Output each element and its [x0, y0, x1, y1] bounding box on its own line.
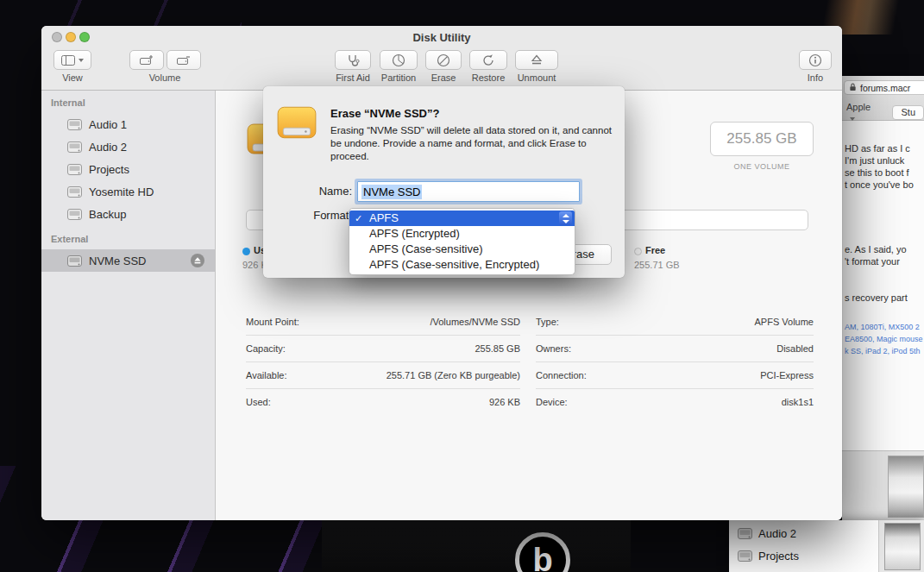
info-icon [808, 53, 822, 67]
format-menu: ✓ APFS APFS (Encrypted) APFS (Case-sensi… [349, 208, 575, 275]
toolbar-label: Volume [149, 72, 181, 83]
menu-item-apfs-case-sensitive[interactable]: APFS (Case-sensitive) [349, 242, 575, 257]
toolbar-label: Info [808, 72, 823, 83]
partition-button[interactable] [380, 50, 418, 70]
forum-signature-link[interactable]: AM, 1080Ti, MX500 2 [845, 323, 920, 331]
table-row: Connection: PCI-Express [536, 362, 814, 389]
browser-url-field[interactable]: forums.macr [844, 80, 924, 95]
menu-item-label: APFS (Case-sensitive) [369, 242, 482, 255]
chevron-down-icon [79, 59, 84, 62]
info-table-left: Mount Point: /Volumes/NVMe SSD Capacity:… [246, 309, 520, 416]
eject-icon [193, 256, 202, 265]
menu-item-apfs-encrypted[interactable]: APFS (Encrypted) [349, 226, 575, 242]
forum-signature-link[interactable]: k SS, iPad 2, iPod 5th [845, 347, 921, 355]
sidebar-item-yosemite-hd[interactable]: Yosemite HD [41, 180, 215, 203]
eject-button[interactable] [191, 254, 204, 267]
dialog-title: Erase “NVMe SSD”? [330, 107, 439, 120]
add-volume-icon [140, 54, 154, 66]
info-label: Type: [536, 309, 559, 336]
table-row: Available: 255.71 GB (Zero KB purgeable) [246, 362, 520, 389]
chevron-down-icon [850, 117, 855, 121]
view-button[interactable] [53, 50, 91, 70]
name-input[interactable]: NVMe SSD [357, 181, 580, 202]
sidebar-item-nvme-ssd[interactable]: NVMe SSD [41, 249, 215, 272]
restore-icon [481, 53, 495, 67]
forum-text-fragment: HD as far as I c [845, 143, 910, 154]
list-item[interactable]: Projects [738, 550, 799, 563]
checkmark-icon: ✓ [355, 211, 362, 226]
view-icon [61, 55, 75, 66]
lock-icon [848, 82, 858, 94]
browser-toolbar: forums.macr Apple Stu [842, 76, 924, 121]
toolbar-label: Unmount [518, 72, 556, 83]
name-label: Name: [263, 181, 352, 202]
sidebar-item-backup[interactable]: Backup [41, 203, 215, 225]
format-label: Format: [263, 208, 352, 223]
remove-volume-icon [177, 54, 191, 66]
name-input-value: NVMe SSD [361, 185, 422, 199]
desktop: forums.macr Apple Stu HD as far as I c I… [0, 0, 924, 572]
finder-preview-pane [878, 520, 924, 572]
sidebar-section-external: External [51, 234, 88, 244]
forum-signature-link[interactable]: EA8500, Magic mouse [845, 335, 923, 343]
volume-size-value: 255.85 GB [726, 130, 796, 148]
forum-text-fragment: se this to boot f [845, 167, 909, 178]
attachment-thumbnail[interactable] [888, 456, 924, 518]
info-value: PCI-Express [760, 362, 814, 389]
remove-volume-button[interactable] [167, 50, 201, 70]
sidebar-item-label: Yosemite HD [89, 185, 154, 198]
sidebar-item-audio-1[interactable]: Audio 1 [41, 113, 215, 135]
info-value: 926 KB [489, 389, 520, 416]
info-value: disk1s1 [782, 389, 814, 416]
info-label: Device: [536, 389, 568, 416]
drive-icon [67, 209, 82, 220]
add-volume-button[interactable] [129, 50, 164, 70]
disk-utility-window: Disk Utility View Volume [41, 26, 842, 520]
menu-item-label: APFS (Encrypted) [369, 227, 460, 240]
menu-item-apfs[interactable]: ✓ APFS [349, 211, 575, 226]
info-label: Owners: [536, 336, 571, 362]
sidebar-item-label: NVMe SSD [89, 255, 146, 267]
sidebar-section-internal: Internal [51, 97, 85, 108]
dialog-body: Erasing “NVMe SSD” will delete all data … [330, 124, 615, 163]
toolbar-label: View [62, 72, 83, 83]
table-row: Owners: Disabled [536, 336, 814, 362]
restore-button[interactable] [469, 50, 507, 70]
sidebar-item-audio-2[interactable]: Audio 2 [41, 135, 215, 158]
menu-item-apfs-case-sensitive-encrypted[interactable]: APFS (Case-sensitive, Encrypted) [349, 257, 575, 273]
drive-photo [884, 523, 921, 570]
toolbar-label: Partition [381, 72, 416, 83]
browser-nav-stu[interactable]: Stu [892, 105, 924, 120]
list-item-label: Projects [758, 550, 799, 563]
toolbar-group-info: Info [798, 50, 833, 83]
erase-icon [437, 53, 450, 67]
erase-toolbar-button[interactable] [425, 50, 462, 70]
sidebar-item-projects[interactable]: Projects [41, 158, 215, 180]
info-value: 255.71 GB (Zero KB purgeable) [387, 362, 520, 389]
browser-nav-apple[interactable]: Apple [846, 102, 871, 123]
unmount-button[interactable] [515, 50, 558, 70]
info-label: Used: [246, 389, 271, 416]
toolbar-group-partition: Partition [374, 50, 423, 83]
list-item[interactable]: Audio 2 [738, 527, 796, 540]
drive-icon [67, 255, 82, 267]
info-button[interactable] [799, 50, 832, 70]
background-finder-window: Audio 2 Projects [729, 520, 924, 572]
beats-logo-glyph: b [532, 542, 552, 572]
sidebar: Internal Audio 1 Audio 2 Projects Yosemi… [41, 91, 216, 520]
table-row: Used: 926 KB [246, 389, 520, 416]
album-art: b [322, 520, 631, 572]
toolbar-group-unmount: Unmount [511, 50, 563, 83]
forum-text-fragment: t once you've bo [845, 179, 914, 190]
toolbar-label: First Aid [336, 72, 370, 83]
menu-item-label: APFS [369, 211, 399, 224]
volume-count-badge: ONE VOLUME [710, 162, 814, 171]
drive-icon [738, 550, 752, 562]
info-value: Disabled [776, 336, 814, 362]
free-legend-dot [634, 248, 642, 255]
info-label: Mount Point: [246, 309, 299, 336]
first-aid-button[interactable] [335, 50, 371, 70]
info-value: APFS Volume [755, 309, 814, 336]
forum-text-fragment: e. As I said, yo [845, 244, 907, 255]
free-legend-value: 255.71 GB [634, 260, 680, 270]
